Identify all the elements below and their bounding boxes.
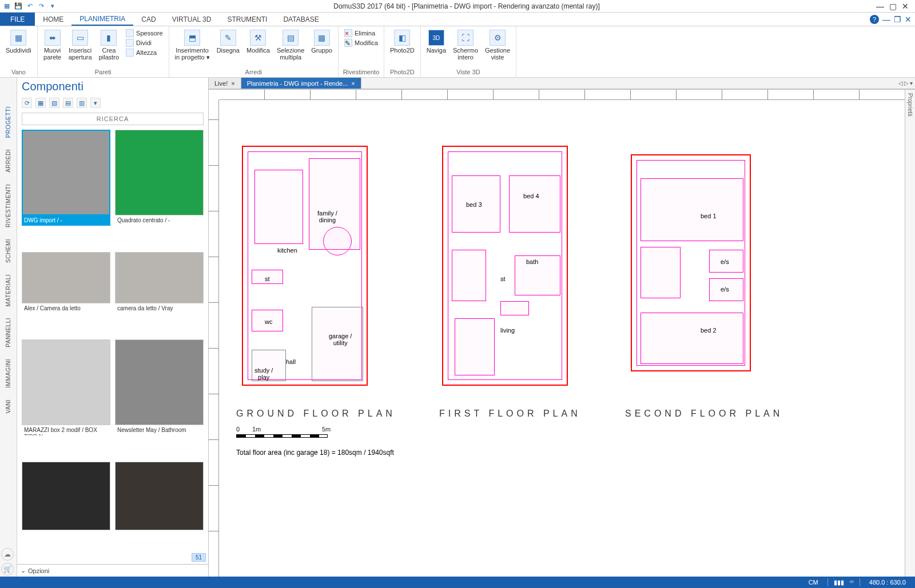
app-icon[interactable]: ▦: [2, 2, 11, 11]
elimina-button[interactable]: ×Elimina: [342, 29, 380, 38]
suddividi-button[interactable]: ▦Suddividi: [3, 29, 34, 55]
spessore-button[interactable]: Spessore: [124, 29, 165, 38]
close-icon[interactable]: ×: [351, 80, 355, 87]
tab-home[interactable]: HOME: [35, 13, 71, 26]
tab-strumenti[interactable]: STRUMENTI: [219, 13, 275, 26]
ribbon-group-vano: ▦Suddividi Vano: [0, 26, 38, 77]
battery-icon: ▮▮▮: [834, 579, 844, 586]
tab-cad[interactable]: CAD: [133, 13, 164, 26]
cart-icon[interactable]: 🛒: [1, 563, 14, 575]
mdi-minimize-icon[interactable]: —: [882, 15, 890, 24]
disegna-button[interactable]: ✎Disegna: [214, 29, 242, 55]
gruppo-button[interactable]: ▦Gruppo: [309, 29, 335, 55]
close-button[interactable]: ✕: [901, 2, 909, 11]
ribbon-group-viste3d-label: Viste 3D: [424, 68, 512, 76]
schermo-intero-button[interactable]: ⛶Schermo intero: [451, 29, 480, 62]
tab-virtual3d[interactable]: VIRTUAL 3D: [164, 13, 220, 26]
muovi-parete-button[interactable]: ⬌Muovi parete: [41, 29, 64, 62]
opzioni-bar[interactable]: ⌄ Opzioni: [17, 564, 208, 577]
modifica-riv-button[interactable]: ✎Modifica: [342, 38, 380, 47]
ruler-vertical: [209, 100, 219, 577]
cloud-icon[interactable]: ☁: [1, 548, 14, 561]
window-controls: — ▢ ✕: [876, 2, 913, 11]
maximize-button[interactable]: ▢: [889, 2, 897, 11]
refresh-icon[interactable]: ⟳: [22, 98, 32, 108]
tab-menu-icon[interactable]: ▾: [910, 80, 913, 86]
scale-bar: [236, 434, 328, 438]
ribbon-group-rivestimento: ×Elimina ✎Modifica Rivestimento: [339, 26, 384, 77]
right-properties-strip[interactable]: Proprietà: [905, 90, 915, 577]
room-label: bed 2: [701, 327, 717, 334]
component-item[interactable]: Newsletter May / Bathroom: [115, 339, 204, 457]
component-item[interactable]: Quadrato centrato / -: [115, 130, 204, 247]
ribbon-group-pareti: ⬌Muovi parete ▭Inserisci apertura ▮Crea …: [38, 26, 169, 77]
ct-icon-4[interactable]: ▤: [63, 98, 73, 108]
altezza-button[interactable]: Altezza: [124, 48, 165, 57]
inserimento-button[interactable]: ⬒Inserimento in progetto ▾: [173, 29, 212, 62]
drawing-canvas[interactable]: kitchen family / dining st wc hall study…: [209, 89, 915, 577]
app-title: DomuS3D 2017 (64 bit) - [Planimetria - D…: [57, 2, 876, 10]
ct-icon-3[interactable]: ▧: [49, 98, 59, 108]
sidebar-tab-materiali[interactable]: MATERIALI: [5, 269, 11, 313]
tab-planimetria[interactable]: PLANIMETRIA: [71, 13, 133, 26]
components-grid[interactable]: DWG import / - Quadrato centrato / - Ale…: [17, 127, 208, 564]
minimize-button[interactable]: —: [876, 2, 884, 11]
floor-title: FIRST FLOOR PLAN: [439, 409, 581, 419]
second-floor-plan[interactable]: bed 1 e/s e/s bed 2: [631, 154, 751, 371]
sidebar-tab-schemi[interactable]: SCHEMI: [5, 233, 11, 269]
sidebar-tab-immagini[interactable]: IMMAGINI: [5, 353, 11, 394]
component-item[interactable]: DWG import / -: [22, 130, 110, 247]
status-coordinates: 480.0 : 630.0: [866, 579, 909, 586]
sidebar-tab-vani[interactable]: VANI: [5, 394, 11, 419]
crea-pilastro-button[interactable]: ▮Crea pilastro: [97, 29, 121, 62]
tab-prev-icon[interactable]: ◁: [898, 80, 903, 86]
modifica-button[interactable]: ⚒Modifica: [244, 29, 272, 55]
opzioni-label: Opzioni: [28, 567, 49, 574]
ribbon: ▦Suddividi Vano ⬌Muovi parete ▭Inserisci…: [0, 26, 915, 78]
naviga-button[interactable]: 3DNaviga: [424, 29, 448, 55]
sidebar-tab-rivestimenti[interactable]: RIVESTIMENTI: [5, 178, 11, 233]
component-item[interactable]: [115, 462, 204, 562]
ribbon-group-viste3d: 3DNaviga ⛶Schermo intero ⚙Gestione viste…: [421, 26, 516, 77]
ribbon-group-vano-label: Vano: [3, 68, 34, 76]
tab-next-icon[interactable]: ▷: [904, 80, 909, 86]
floor-title: SECOND FLOOR PLAN: [625, 409, 783, 419]
component-item[interactable]: camera da letto / Vray: [115, 252, 204, 335]
photo2d-button[interactable]: ◧Photo2D: [388, 29, 417, 55]
component-item[interactable]: MARAZZI box 2 modif / BOX TIPO N: [22, 339, 110, 457]
ct-icon-5[interactable]: ▥: [77, 98, 87, 108]
component-item[interactable]: [22, 462, 110, 562]
close-icon[interactable]: ×: [231, 80, 234, 87]
help-icon[interactable]: ?: [870, 15, 879, 24]
ribbon-group-pareti-label: Pareti: [41, 68, 165, 76]
qat-dropdown-icon[interactable]: ▾: [48, 2, 57, 11]
room-label: kitchen: [277, 247, 297, 254]
mdi-restore-icon[interactable]: ❐: [894, 15, 901, 24]
ct-icon-6[interactable]: ▾: [90, 98, 101, 108]
sidebar-tab-progetti[interactable]: PROGETTI: [5, 101, 11, 143]
status-unit[interactable]: CM: [805, 579, 822, 586]
ct-icon-2[interactable]: ▦: [35, 98, 46, 108]
scale-label-5: 5m: [322, 426, 331, 433]
components-panel: Componenti ⟳ ▦ ▧ ▤ ▥ ▾ DWG import / - Qu…: [17, 78, 208, 577]
first-floor-plan[interactable]: bed 3 bed 4 bath st living: [442, 146, 568, 386]
ground-floor-plan[interactable]: kitchen family / dining st wc hall study…: [242, 146, 368, 386]
gestione-viste-button[interactable]: ⚙Gestione viste: [483, 29, 512, 62]
inserisci-apertura-button[interactable]: ▭Inserisci apertura: [66, 29, 94, 62]
component-item[interactable]: Alex / Camera da letto: [22, 252, 110, 335]
save-icon[interactable]: 💾: [14, 2, 23, 11]
floor-title: GROUND FLOOR PLAN: [236, 409, 396, 419]
sidebar-tab-arredi[interactable]: ARREDI: [5, 143, 11, 178]
mdi-close-icon[interactable]: ✕: [905, 15, 912, 24]
redo-icon[interactable]: ↷: [37, 2, 46, 11]
search-input[interactable]: [22, 113, 204, 125]
doc-tab-planimetria[interactable]: Planimetria - DWG import - Rende...×: [241, 78, 361, 89]
tab-file[interactable]: FILE: [0, 13, 35, 26]
undo-icon[interactable]: ↶: [25, 2, 34, 11]
sidebar-tab-pannelli[interactable]: PANNELLI: [5, 312, 11, 353]
dividi-button[interactable]: Dividi: [124, 38, 165, 47]
tab-database[interactable]: DATABASE: [275, 13, 327, 26]
ribbon-group-arredi-label: Arredi: [173, 68, 335, 76]
selezione-multipla-button[interactable]: ▤Selezione multipla: [274, 29, 307, 62]
doc-tab-live[interactable]: Live!×: [209, 78, 241, 89]
